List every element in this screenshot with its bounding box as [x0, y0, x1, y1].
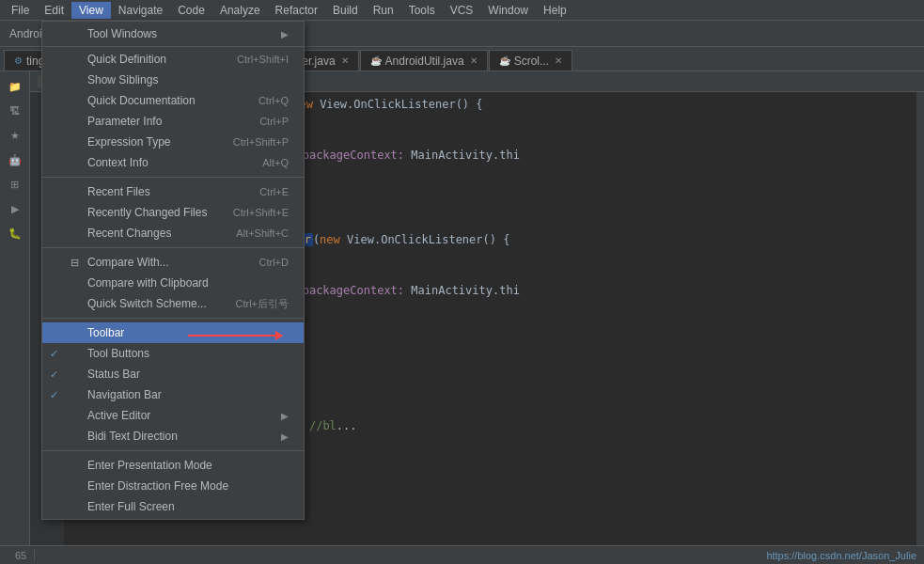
sidebar-run-icon[interactable]: ▶: [2, 197, 28, 220]
java-icon-androidutil: ☕: [370, 55, 382, 66]
menu-item-parameter-info[interactable]: Parameter Info Ctrl+P: [42, 111, 304, 132]
menu-item-quick-documentation[interactable]: Quick Documentation Ctrl+Q: [42, 90, 304, 111]
tab-close-androidutil[interactable]: ✕: [470, 55, 478, 66]
view-dropdown-menu: Tool Windows ▶ Quick Definition Ctrl+Shi…: [41, 21, 305, 520]
sidebar-debug-icon[interactable]: 🐛: [2, 222, 28, 244]
menu-item-navigation-bar[interactable]: ✓ Navigation Bar: [42, 384, 304, 405]
menu-item-status-bar[interactable]: ✓ Status Bar: [42, 364, 304, 384]
sidebar-favorites-icon[interactable]: ★: [2, 124, 28, 147]
menu-item-recent-changes[interactable]: Recent Changes Alt+Shift+C: [42, 223, 304, 243]
active-editor-arrow-icon: ▶: [281, 411, 289, 421]
menu-item-compare-with[interactable]: ⊟ Compare With... Ctrl+D: [42, 252, 304, 273]
menu-item-bidi-text[interactable]: Bidi Text Direction ▶: [42, 426, 304, 446]
menu-refactor[interactable]: Refactor: [268, 2, 325, 19]
menu-code[interactable]: Code: [170, 2, 212, 19]
quick-definition-icon: [67, 52, 82, 67]
menu-bar: File Edit View Navigate Code Analyze Ref…: [0, 0, 924, 21]
menu-item-quick-definition[interactable]: Quick Definition Ctrl+Shift+I: [42, 49, 304, 70]
gradle-icon: ⚙: [14, 55, 23, 66]
menu-item-recent-files[interactable]: Recent Files Ctrl+E: [42, 181, 304, 202]
toolbar-arrow-annotation: [188, 335, 282, 337]
menu-item-compare-clipboard[interactable]: Compare with Clipboard: [42, 273, 304, 293]
submenu-arrow-icon: ▶: [281, 29, 289, 39]
menu-divider-5: [42, 450, 304, 451]
sidebar-android-icon[interactable]: 🤖: [2, 149, 28, 171]
arrow-line: [188, 335, 282, 337]
menu-item-recently-changed[interactable]: Recently Changed Files Ctrl+Shift+E: [42, 202, 304, 223]
status-url: https://blog.csdn.net/Jason_Julie: [766, 550, 916, 561]
tab-scrol[interactable]: ☕ Scrol... ✕: [489, 50, 572, 70]
menu-section-5: Enter Presentation Mode Enter Distractio…: [42, 453, 304, 519]
tab-label-scrol: Scrol...: [514, 55, 549, 68]
view-menu-panel: Tool Windows ▶ Quick Definition Ctrl+Shi…: [41, 21, 305, 520]
menu-view[interactable]: View: [71, 2, 111, 19]
tab-close-uihelper[interactable]: ✕: [341, 55, 349, 66]
sidebar-structure-icon[interactable]: 🏗: [2, 100, 28, 122]
menu-run[interactable]: Run: [366, 2, 401, 19]
menu-analyze[interactable]: Analyze: [212, 2, 268, 19]
java-icon-scrol: ☕: [499, 55, 510, 66]
menu-item-toolbar[interactable]: Toolbar: [42, 322, 304, 343]
menu-item-active-editor[interactable]: Active Editor ▶: [42, 405, 304, 426]
menu-item-context-info[interactable]: Context Info Alt+Q: [42, 152, 304, 173]
left-sidebar: 📁 🏗 ★ 🤖 ⊞ ▶ 🐛 E: [0, 71, 30, 564]
menu-divider-2: [42, 177, 304, 178]
menu-section-4: Toolbar ✓ Tool Buttons ✓ Status Bar ✓ Na…: [42, 321, 304, 448]
menu-item-tool-windows[interactable]: Tool Windows ▶: [42, 24, 304, 44]
menu-navigate[interactable]: Navigate: [111, 2, 170, 19]
menu-item-distraction-free[interactable]: Enter Distraction Free Mode: [42, 476, 304, 496]
menu-divider-4: [42, 318, 304, 319]
menu-item-quick-switch[interactable]: Quick Switch Scheme... Ctrl+后引号: [42, 293, 304, 314]
menu-tools[interactable]: Tools: [401, 2, 443, 19]
tab-androidutil[interactable]: ☕ AndroidUtil.java ✕: [360, 50, 488, 70]
menu-window[interactable]: Window: [480, 2, 536, 19]
menu-file[interactable]: File: [4, 2, 37, 19]
menu-build[interactable]: Build: [325, 2, 366, 19]
menu-help[interactable]: Help: [536, 2, 574, 19]
status-line-number: 65: [8, 550, 35, 561]
tab-label-androidutil: AndroidUtil.java: [385, 55, 464, 68]
menu-item-presentation-mode[interactable]: Enter Presentation Mode: [42, 455, 304, 476]
menu-item-full-screen[interactable]: Enter Full Screen: [42, 496, 304, 517]
tab-close-scrol[interactable]: ✕: [555, 55, 562, 66]
menu-section-3: ⊟ Compare With... Ctrl+D Compare with Cl…: [42, 250, 304, 316]
bidi-text-arrow-icon: ▶: [281, 431, 289, 442]
menu-edit[interactable]: Edit: [37, 2, 71, 19]
menu-divider-3: [42, 247, 304, 248]
tool-windows-icon: [67, 26, 82, 41]
menu-item-expression-type[interactable]: Expression Type Ctrl+Shift+P: [42, 132, 304, 152]
menu-vcs[interactable]: VCS: [443, 2, 481, 19]
status-bar: 65 https://blog.csdn.net/Jason_Julie: [0, 545, 924, 564]
menu-item-tool-buttons[interactable]: ✓ Tool Buttons: [42, 343, 304, 364]
menu-section-2: Recent Files Ctrl+E Recently Changed Fil…: [42, 180, 304, 245]
sidebar-project-icon[interactable]: 📁: [2, 75, 28, 98]
menu-section-1: Tool Windows ▶ Quick Definition Ctrl+Shi…: [42, 22, 304, 175]
menu-item-show-siblings[interactable]: Show Siblings: [42, 70, 304, 90]
menu-divider-1: [42, 46, 304, 47]
scroll-indicator[interactable]: [916, 92, 924, 564]
sidebar-git-icon[interactable]: ⊞: [2, 173, 28, 196]
compare-icon: ⊟: [67, 255, 82, 270]
